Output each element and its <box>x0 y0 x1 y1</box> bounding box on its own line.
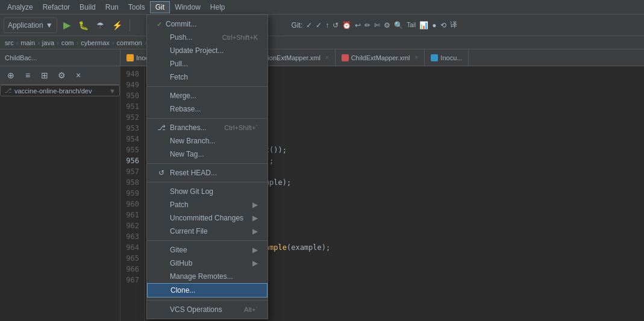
menu-vcs-operations[interactable]: VCS Operations Alt+` <box>147 303 267 316</box>
menu-gitee[interactable]: Gitee ▶ <box>147 243 267 257</box>
menu-patch[interactable]: Patch ▶ <box>147 198 267 211</box>
ln-953: 953 <box>120 123 139 134</box>
left-panel-settings-btn[interactable]: ⚙ <box>54 68 69 83</box>
breadcrumb-main[interactable]: main <box>20 39 35 46</box>
menubar-git[interactable]: Git <box>150 1 170 13</box>
ln-966: 966 <box>120 264 139 275</box>
menu-pull[interactable]: Pull... <box>147 57 267 70</box>
menu-current-file[interactable]: Current File ▶ <box>147 225 267 238</box>
ln-949: 949 <box>120 79 139 90</box>
menu-commit[interactable]: ✓ Commit... <box>147 17 267 31</box>
sep1: › <box>16 39 19 46</box>
patch-arrow-icon: ▶ <box>252 201 258 209</box>
git-dot: ● <box>432 21 436 30</box>
sep3: › <box>57 39 59 46</box>
menu-reset-head[interactable]: ↺ Reset HEAD... <box>147 166 267 179</box>
menu-manage-remotes[interactable]: Manage Remotes... <box>147 270 267 283</box>
menu-fetch[interactable]: Fetch <box>147 70 267 84</box>
ln-952: 952 <box>120 112 139 123</box>
uncommitted-arrow-icon: ▶ <box>252 214 258 222</box>
app-selector[interactable]: Application ▼ <box>4 17 57 33</box>
menubar-refactor[interactable]: Refactor <box>38 2 75 13</box>
breadcrumb-com[interactable]: com <box>61 39 74 46</box>
commit-check-icon: ✓ <box>157 20 162 28</box>
menu-new-tag[interactable]: New Tag... <box>147 148 267 161</box>
git-gear: ⚙ <box>384 21 390 30</box>
left-panel-tab-label: ChildBac... <box>5 54 37 61</box>
menubar-help[interactable]: Help <box>205 2 230 13</box>
menu-merge[interactable]: Merge... <box>147 89 267 102</box>
tab-bar: ChildBac... InoculationExtMapper.java × … <box>0 49 644 66</box>
menu-branches[interactable]: ⎇ Branches... Ctrl+Shift+` <box>147 121 267 134</box>
menu-clone[interactable]: Clone... <box>147 283 267 298</box>
git-translate: 译 <box>450 20 457 30</box>
ln-950: 950 <box>120 90 139 101</box>
breadcrumb-cybermax[interactable]: cybermax <box>81 39 110 46</box>
reset-icon: ↺ <box>157 169 166 177</box>
tab-icon-orange <box>127 54 134 61</box>
tab-label-3: Inocu... <box>440 54 462 61</box>
menu-patch-label: Patch <box>170 201 189 209</box>
sep-5 <box>147 240 267 241</box>
ln-954: 954 <box>120 134 139 145</box>
debug-button[interactable]: 🐛 <box>77 18 91 33</box>
sep-6 <box>147 300 267 301</box>
tab-close-2[interactable]: × <box>415 54 419 61</box>
git-status-label: Git: <box>292 21 303 30</box>
breadcrumb-common[interactable]: common <box>117 39 142 46</box>
menu-merge-label: Merge... <box>170 92 196 100</box>
profile-button[interactable]: ⚡ <box>110 18 125 33</box>
menu-uncommitted-label: Uncommitted Changes <box>170 214 243 222</box>
menu-new-branch[interactable]: New Branch... <box>147 134 267 148</box>
menu-show-git-log[interactable]: Show Git Log <box>147 185 267 198</box>
ln-955: 955 <box>120 145 139 155</box>
menubar-window[interactable]: Window <box>170 2 205 13</box>
tab-icon-red2 <box>342 54 349 61</box>
left-panel-expand-btn[interactable]: ⊞ <box>37 68 52 83</box>
menu-push[interactable]: Push... Ctrl+Shift+K <box>147 31 267 44</box>
menu-git-log-label: Show Git Log <box>170 187 213 196</box>
menu-current-file-label: Current File <box>170 227 208 235</box>
menu-update-project[interactable]: Update Project... <box>147 44 267 57</box>
ln-962: 962 <box>120 220 139 231</box>
menu-reset-label: Reset HEAD... <box>170 169 217 177</box>
line-numbers: 948 949 950 951 952 953 954 955 956 957 … <box>120 66 145 321</box>
left-panel-list-btn[interactable]: ≡ <box>20 68 35 83</box>
sep2: › <box>37 39 40 46</box>
left-panel-close-btn[interactable]: × <box>71 68 86 83</box>
menu-gitee-label: Gitee <box>170 246 187 254</box>
menubar-build[interactable]: Build <box>75 2 101 13</box>
git-clock: ⏰ <box>342 21 351 30</box>
ln-960: 960 <box>120 199 139 210</box>
tab-child-ext-mapper-xml[interactable]: ChildExtMapper.xml × <box>336 49 425 66</box>
left-panel-tab: ChildBac... <box>0 49 120 66</box>
menubar-run[interactable]: Run <box>101 2 123 13</box>
ln-964: 964 <box>120 242 139 253</box>
breadcrumb-java[interactable]: java <box>42 39 54 46</box>
tab-close-1[interactable]: × <box>325 54 329 61</box>
git-cut: ✄ <box>374 21 380 30</box>
menubar-analyze[interactable]: Analyze <box>2 2 38 13</box>
vcs-shortcut: Alt+` <box>244 306 258 313</box>
run-button[interactable]: ▶ <box>60 18 74 33</box>
menu-new-tag-label: New Tag... <box>170 150 204 158</box>
sep4: › <box>77 39 79 46</box>
current-file-arrow-icon: ▶ <box>252 227 258 235</box>
menu-commit-label: Commit... <box>166 20 196 28</box>
coverage-button[interactable]: ☂ <box>93 18 108 33</box>
left-panel-add-btn[interactable]: ⊕ <box>4 68 18 83</box>
menu-new-branch-label: New Branch... <box>170 137 215 145</box>
branch-selector[interactable]: ⎇ vaccine-online-branch/dev ▼ <box>0 85 120 96</box>
tab-inocu[interactable]: Inocu... <box>425 49 469 66</box>
git-cycle: ⟲ <box>440 21 446 30</box>
menu-push-label: Push... <box>170 33 192 42</box>
git-dropdown-menu: ✓ Commit... Push... Ctrl+Shift+K Update … <box>146 14 268 319</box>
menu-rebase[interactable]: Rebase... <box>147 102 267 116</box>
menu-uncommitted-changes[interactable]: Uncommitted Changes ▶ <box>147 211 267 225</box>
menu-rebase-label: Rebase... <box>170 105 201 113</box>
main-layout: ⊕ ≡ ⊞ ⚙ × ⎇ vaccine-online-branch/dev ▼ … <box>0 66 644 321</box>
menubar-tools[interactable]: Tools <box>123 2 150 13</box>
app-selector-label: Application <box>8 21 43 30</box>
menu-github[interactable]: GitHub ▶ <box>147 257 267 270</box>
breadcrumb-src[interactable]: src <box>5 39 14 46</box>
